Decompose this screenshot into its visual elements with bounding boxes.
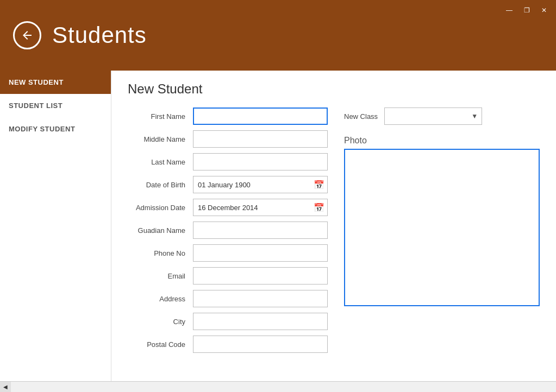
guardian-name-row: Guadian Name <box>128 222 328 239</box>
first-name-label: First Name <box>128 112 193 121</box>
postal-code-label: Postal Code <box>128 340 193 349</box>
photo-box[interactable] <box>344 149 540 306</box>
scrollbar-track[interactable] <box>11 382 556 392</box>
sidebar: NEW STUDENT STUDENT LIST MODIFY STUDENT <box>0 71 111 381</box>
back-button[interactable] <box>13 21 41 49</box>
form-section: First Name Middle Name Last Name Date of… <box>128 108 328 358</box>
email-input[interactable] <box>193 267 328 284</box>
scroll-left-button[interactable]: ◀ <box>0 382 11 393</box>
new-class-select[interactable]: Class 1 Class 2 Class 3 Class 4 Class 5 <box>384 108 482 125</box>
email-row: Email <box>128 267 328 284</box>
city-label: City <box>128 318 193 326</box>
new-class-label: New Class <box>344 112 378 121</box>
middle-name-label: Middle Name <box>128 135 193 143</box>
last-name-row: Last Name <box>128 153 328 170</box>
back-arrow-icon <box>21 29 34 42</box>
middle-name-input[interactable] <box>193 130 328 148</box>
date-of-birth-wrap: 📅 <box>193 176 328 193</box>
guardian-name-label: Guadian Name <box>128 226 193 235</box>
sidebar-item-modify-student[interactable]: MODIFY STUDENT <box>0 117 111 141</box>
date-of-birth-input[interactable] <box>193 176 328 193</box>
minimize-button[interactable]: — <box>502 4 517 16</box>
content-area: New Student First Name Middle Name Last … <box>111 71 556 381</box>
sidebar-item-student-list[interactable]: STUDENT LIST <box>0 94 111 117</box>
email-label: Email <box>128 272 193 280</box>
last-name-input[interactable] <box>193 153 328 170</box>
postal-code-row: Postal Code <box>128 336 328 353</box>
bottom-scrollbar: ◀ <box>0 381 556 392</box>
main-layout: NEW STUDENT STUDENT LIST MODIFY STUDENT … <box>0 71 556 381</box>
close-button[interactable]: ✕ <box>536 4 552 16</box>
page-title: New Student <box>128 81 540 97</box>
city-row: City <box>128 313 328 330</box>
sidebar-item-new-student[interactable]: NEW STUDENT <box>0 71 111 94</box>
address-row: Address <box>128 290 328 307</box>
city-input[interactable] <box>193 313 328 330</box>
last-name-label: Last Name <box>128 158 193 166</box>
admission-date-wrap: 📅 <box>193 199 328 216</box>
titlebar: Students <box>0 0 556 71</box>
phone-no-label: Phone No <box>128 249 193 257</box>
admission-date-row: Admission Date 📅 <box>128 199 328 216</box>
photo-label: Photo <box>344 136 540 146</box>
first-name-input[interactable] <box>193 108 328 125</box>
address-label: Address <box>128 295 193 303</box>
guardian-name-input[interactable] <box>193 222 328 239</box>
maximize-button[interactable]: ❐ <box>519 4 534 16</box>
date-of-birth-label: Date of Birth <box>128 181 193 189</box>
admission-date-label: Admission Date <box>128 204 193 212</box>
postal-code-input[interactable] <box>193 336 328 353</box>
new-class-row: New Class Class 1 Class 2 Class 3 Class … <box>344 108 540 125</box>
app-title: Students <box>52 22 147 48</box>
form-and-photo: First Name Middle Name Last Name Date of… <box>128 108 540 358</box>
middle-name-row: Middle Name <box>128 130 328 148</box>
phone-no-row: Phone No <box>128 244 328 262</box>
first-name-row: First Name <box>128 108 328 125</box>
photo-section: New Class Class 1 Class 2 Class 3 Class … <box>344 108 540 358</box>
phone-no-input[interactable] <box>193 244 328 262</box>
address-input[interactable] <box>193 290 328 307</box>
date-of-birth-row: Date of Birth 📅 <box>128 176 328 193</box>
new-class-select-wrap: Class 1 Class 2 Class 3 Class 4 Class 5 … <box>384 108 482 125</box>
admission-date-input[interactable] <box>193 199 328 216</box>
window-controls: — ❐ ✕ <box>502 4 552 16</box>
